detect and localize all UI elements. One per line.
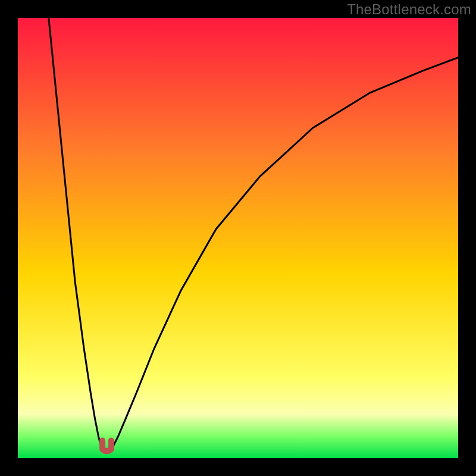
watermark-text: TheBottleneck.com (347, 1, 471, 18)
minimum-marker (102, 440, 111, 451)
curve-left-branch (49, 18, 102, 449)
curve-layer (18, 18, 458, 458)
plot-area (18, 18, 458, 458)
chart-frame: TheBottleneck.com (0, 0, 476, 476)
curve-right-branch (111, 58, 458, 450)
